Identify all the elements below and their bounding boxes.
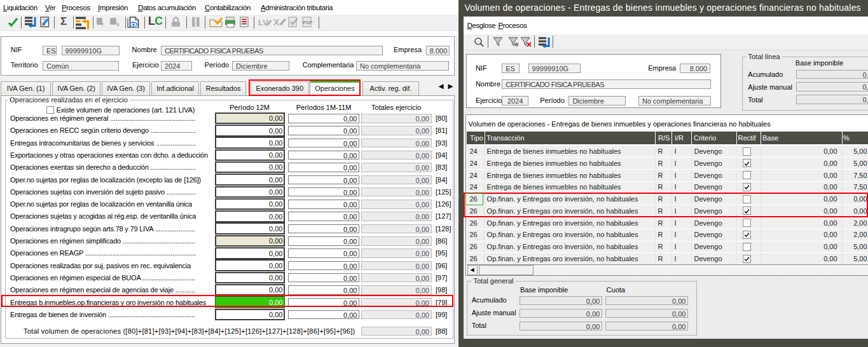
svg-text:r: r bbox=[102, 21, 104, 27]
svg-text:X: X bbox=[273, 17, 280, 27]
svg-text:s: s bbox=[116, 21, 120, 27]
svg-text:LV: LV bbox=[258, 18, 268, 27]
svg-text:PDF: PDF bbox=[303, 20, 313, 25]
